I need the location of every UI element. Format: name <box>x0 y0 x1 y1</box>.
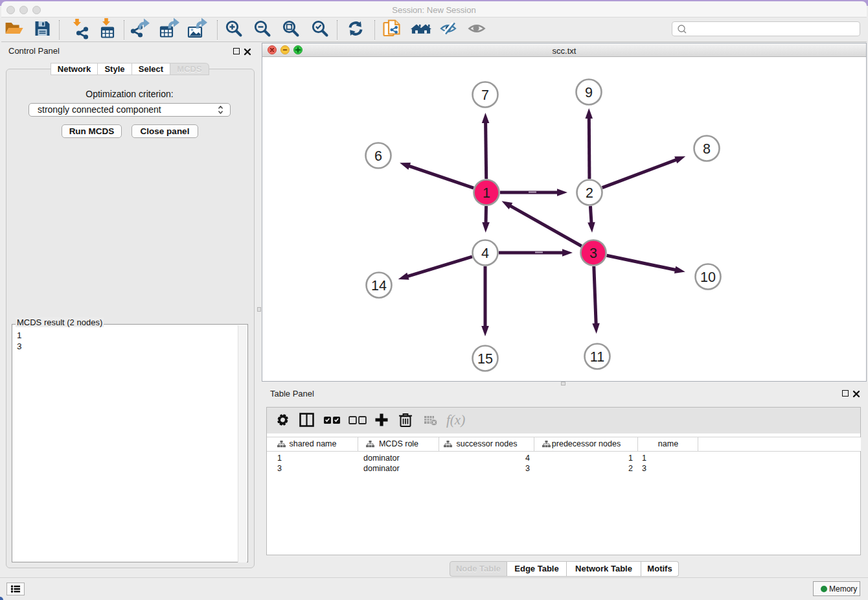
svg-text:3: 3 <box>589 246 597 261</box>
svg-text:9: 9 <box>585 85 593 100</box>
svg-text:10: 10 <box>700 270 716 285</box>
svg-text:7: 7 <box>481 87 489 103</box>
svg-text:2: 2 <box>586 185 593 201</box>
svg-text:8: 8 <box>703 141 711 157</box>
svg-text:4: 4 <box>481 246 489 261</box>
svg-text:15: 15 <box>477 351 493 367</box>
svg-text:6: 6 <box>374 148 382 164</box>
svg-text:f(x): f(x) <box>446 412 465 428</box>
svg-text:11: 11 <box>590 349 604 365</box>
svg-text:14: 14 <box>371 278 387 294</box>
svg-text:1: 1 <box>483 185 490 201</box>
